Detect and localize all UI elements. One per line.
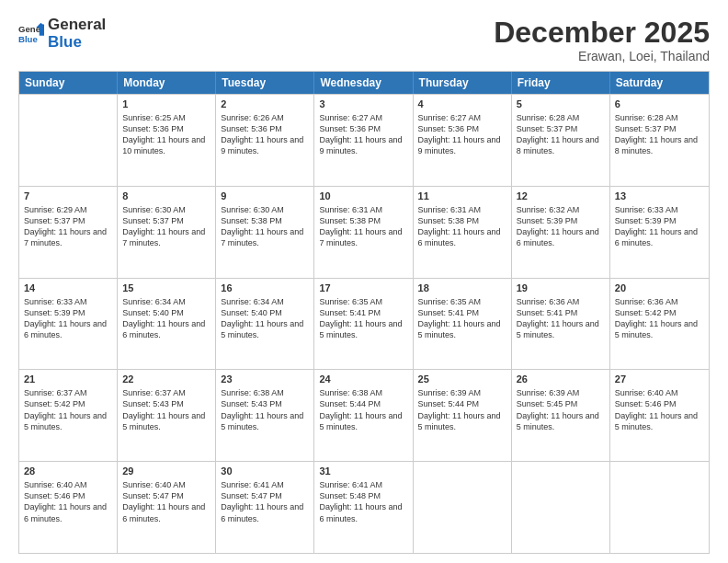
calendar-cell: 14Sunrise: 6:33 AMSunset: 5:39 PMDayligh… bbox=[19, 279, 118, 370]
calendar-cell: 11Sunrise: 6:31 AMSunset: 5:38 PMDayligh… bbox=[414, 187, 512, 278]
cell-info: Sunrise: 6:35 AMSunset: 5:41 PMDaylight:… bbox=[418, 296, 506, 341]
calendar-header-day: Tuesday bbox=[216, 72, 314, 94]
calendar-cell: 8Sunrise: 6:30 AMSunset: 5:37 PMDaylight… bbox=[118, 187, 216, 278]
calendar-cell: 18Sunrise: 6:35 AMSunset: 5:41 PMDayligh… bbox=[414, 279, 512, 370]
day-number: 17 bbox=[319, 282, 407, 295]
day-number: 10 bbox=[319, 190, 407, 203]
day-number: 19 bbox=[517, 282, 605, 295]
cell-info: Sunrise: 6:25 AMSunset: 5:36 PMDaylight:… bbox=[122, 112, 210, 157]
day-number: 21 bbox=[24, 373, 112, 386]
logo-blue-text: Blue bbox=[48, 34, 106, 52]
cell-info: Sunrise: 6:36 AMSunset: 5:41 PMDaylight:… bbox=[517, 296, 605, 341]
calendar-cell: 10Sunrise: 6:31 AMSunset: 5:38 PMDayligh… bbox=[314, 187, 413, 278]
calendar-body: 1Sunrise: 6:25 AMSunset: 5:36 PMDaylight… bbox=[19, 94, 709, 553]
calendar-cell: 22Sunrise: 6:37 AMSunset: 5:43 PMDayligh… bbox=[118, 370, 216, 461]
calendar-cell: 2Sunrise: 6:26 AMSunset: 5:36 PMDaylight… bbox=[216, 95, 314, 186]
cell-info: Sunrise: 6:31 AMSunset: 5:38 PMDaylight:… bbox=[319, 204, 407, 249]
cell-info: Sunrise: 6:32 AMSunset: 5:39 PMDaylight:… bbox=[517, 204, 605, 249]
cell-info: Sunrise: 6:40 AMSunset: 5:46 PMDaylight:… bbox=[24, 479, 112, 524]
day-number: 8 bbox=[122, 190, 210, 203]
calendar-cell: 26Sunrise: 6:39 AMSunset: 5:45 PMDayligh… bbox=[512, 370, 610, 461]
day-number: 13 bbox=[615, 190, 704, 203]
day-number: 3 bbox=[319, 98, 407, 111]
calendar-cell: 29Sunrise: 6:40 AMSunset: 5:47 PMDayligh… bbox=[118, 462, 216, 553]
calendar-week-row: 14Sunrise: 6:33 AMSunset: 5:39 PMDayligh… bbox=[19, 278, 709, 370]
calendar-cell: 19Sunrise: 6:36 AMSunset: 5:41 PMDayligh… bbox=[512, 279, 610, 370]
calendar-cell bbox=[512, 462, 610, 553]
month-title: December 2025 bbox=[494, 17, 710, 49]
cell-info: Sunrise: 6:39 AMSunset: 5:44 PMDaylight:… bbox=[418, 387, 506, 432]
calendar-cell: 13Sunrise: 6:33 AMSunset: 5:39 PMDayligh… bbox=[610, 187, 709, 278]
day-number: 29 bbox=[122, 465, 210, 478]
cell-info: Sunrise: 6:41 AMSunset: 5:48 PMDaylight:… bbox=[319, 479, 407, 524]
calendar-header-day: Wednesday bbox=[314, 72, 413, 94]
day-number: 7 bbox=[24, 190, 112, 203]
day-number: 4 bbox=[418, 98, 506, 111]
day-number: 28 bbox=[24, 465, 112, 478]
cell-info: Sunrise: 6:36 AMSunset: 5:42 PMDaylight:… bbox=[615, 296, 704, 341]
calendar-cell: 7Sunrise: 6:29 AMSunset: 5:37 PMDaylight… bbox=[19, 187, 118, 278]
day-number: 31 bbox=[319, 465, 407, 478]
day-number: 20 bbox=[615, 282, 704, 295]
svg-text:Blue: Blue bbox=[18, 33, 38, 43]
calendar-cell: 6Sunrise: 6:28 AMSunset: 5:37 PMDaylight… bbox=[610, 95, 709, 186]
calendar-cell: 16Sunrise: 6:34 AMSunset: 5:40 PMDayligh… bbox=[216, 279, 314, 370]
cell-info: Sunrise: 6:39 AMSunset: 5:45 PMDaylight:… bbox=[517, 387, 605, 432]
day-number: 12 bbox=[517, 190, 605, 203]
day-number: 1 bbox=[122, 98, 210, 111]
day-number: 25 bbox=[418, 373, 506, 386]
logo-general-text: General bbox=[48, 17, 106, 34]
cell-info: Sunrise: 6:40 AMSunset: 5:47 PMDaylight:… bbox=[122, 479, 210, 524]
day-number: 30 bbox=[221, 465, 309, 478]
calendar-cell: 28Sunrise: 6:40 AMSunset: 5:46 PMDayligh… bbox=[19, 462, 118, 553]
calendar-cell: 30Sunrise: 6:41 AMSunset: 5:47 PMDayligh… bbox=[216, 462, 314, 553]
day-number: 15 bbox=[122, 282, 210, 295]
logo: General Blue General Blue bbox=[18, 17, 106, 51]
calendar-cell: 31Sunrise: 6:41 AMSunset: 5:48 PMDayligh… bbox=[314, 462, 413, 553]
cell-info: Sunrise: 6:27 AMSunset: 5:36 PMDaylight:… bbox=[319, 112, 407, 157]
logo-icon: General Blue bbox=[18, 21, 44, 47]
title-section: December 2025 Erawan, Loei, Thailand bbox=[494, 17, 710, 63]
calendar-cell: 27Sunrise: 6:40 AMSunset: 5:46 PMDayligh… bbox=[610, 370, 709, 461]
calendar-cell: 20Sunrise: 6:36 AMSunset: 5:42 PMDayligh… bbox=[610, 279, 709, 370]
calendar-header-row: SundayMondayTuesdayWednesdayThursdayFrid… bbox=[19, 72, 709, 94]
cell-info: Sunrise: 6:30 AMSunset: 5:38 PMDaylight:… bbox=[221, 204, 309, 249]
day-number: 26 bbox=[517, 373, 605, 386]
cell-info: Sunrise: 6:31 AMSunset: 5:38 PMDaylight:… bbox=[418, 204, 506, 249]
day-number: 14 bbox=[24, 282, 112, 295]
calendar-week-row: 21Sunrise: 6:37 AMSunset: 5:42 PMDayligh… bbox=[19, 369, 709, 461]
day-number: 22 bbox=[122, 373, 210, 386]
cell-info: Sunrise: 6:33 AMSunset: 5:39 PMDaylight:… bbox=[615, 204, 704, 249]
calendar-header-day: Friday bbox=[512, 72, 610, 94]
calendar-cell: 17Sunrise: 6:35 AMSunset: 5:41 PMDayligh… bbox=[314, 279, 413, 370]
day-number: 27 bbox=[615, 373, 704, 386]
cell-info: Sunrise: 6:28 AMSunset: 5:37 PMDaylight:… bbox=[517, 112, 605, 157]
cell-info: Sunrise: 6:34 AMSunset: 5:40 PMDaylight:… bbox=[122, 296, 210, 341]
cell-info: Sunrise: 6:29 AMSunset: 5:37 PMDaylight:… bbox=[24, 204, 112, 249]
calendar-cell: 5Sunrise: 6:28 AMSunset: 5:37 PMDaylight… bbox=[512, 95, 610, 186]
calendar: SundayMondayTuesdayWednesdayThursdayFrid… bbox=[18, 71, 710, 554]
calendar-week-row: 7Sunrise: 6:29 AMSunset: 5:37 PMDaylight… bbox=[19, 186, 709, 278]
cell-info: Sunrise: 6:26 AMSunset: 5:36 PMDaylight:… bbox=[221, 112, 309, 157]
location-subtitle: Erawan, Loei, Thailand bbox=[494, 49, 710, 63]
cell-info: Sunrise: 6:28 AMSunset: 5:37 PMDaylight:… bbox=[615, 112, 704, 157]
cell-info: Sunrise: 6:41 AMSunset: 5:47 PMDaylight:… bbox=[221, 479, 309, 524]
day-number: 6 bbox=[615, 98, 704, 111]
cell-info: Sunrise: 6:34 AMSunset: 5:40 PMDaylight:… bbox=[221, 296, 309, 341]
cell-info: Sunrise: 6:38 AMSunset: 5:43 PMDaylight:… bbox=[221, 387, 309, 432]
cell-info: Sunrise: 6:37 AMSunset: 5:42 PMDaylight:… bbox=[24, 387, 112, 432]
day-number: 24 bbox=[319, 373, 407, 386]
calendar-cell: 25Sunrise: 6:39 AMSunset: 5:44 PMDayligh… bbox=[414, 370, 512, 461]
calendar-cell bbox=[19, 95, 118, 186]
day-number: 5 bbox=[517, 98, 605, 111]
calendar-cell: 23Sunrise: 6:38 AMSunset: 5:43 PMDayligh… bbox=[216, 370, 314, 461]
calendar-cell: 4Sunrise: 6:27 AMSunset: 5:36 PMDaylight… bbox=[414, 95, 512, 186]
day-number: 18 bbox=[418, 282, 506, 295]
cell-info: Sunrise: 6:27 AMSunset: 5:36 PMDaylight:… bbox=[418, 112, 506, 157]
calendar-cell: 24Sunrise: 6:38 AMSunset: 5:44 PMDayligh… bbox=[314, 370, 413, 461]
cell-info: Sunrise: 6:40 AMSunset: 5:46 PMDaylight:… bbox=[615, 387, 704, 432]
day-number: 16 bbox=[221, 282, 309, 295]
day-number: 2 bbox=[221, 98, 309, 111]
calendar-header-day: Monday bbox=[118, 72, 216, 94]
calendar-header-day: Sunday bbox=[19, 72, 118, 94]
